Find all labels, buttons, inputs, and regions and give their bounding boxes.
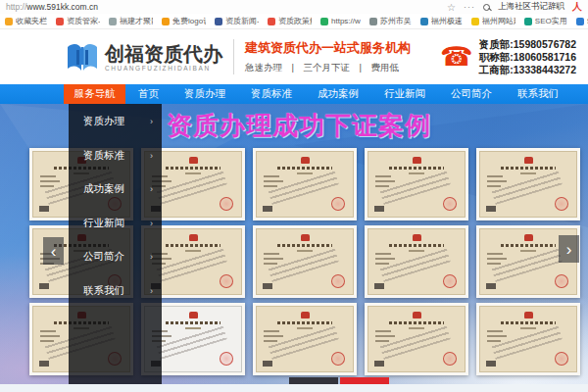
menu-item-资质标准[interactable]: 资质标准› — [69, 139, 162, 173]
certificate-text-line — [264, 175, 279, 177]
certificate-subtitle-line — [409, 172, 424, 174]
certificate-thumbnail[interactable] — [476, 303, 580, 375]
company-logo-icon — [67, 40, 98, 74]
certificate-text-line — [375, 258, 395, 260]
chevron-right-icon: › — [150, 252, 153, 262]
certificate-corner-box — [486, 361, 496, 367]
certificate-corner-box — [263, 206, 272, 212]
certificate-text-line — [264, 335, 283, 337]
bookmark-item[interactable]: 免费logo设 — [162, 16, 206, 26]
national-emblem-icon — [524, 312, 533, 318]
bookmarks-bar[interactable]: 收藏夹栏资质管家-1福建才聚网免费logo设资质新闻-资资质政策解https:/… — [0, 14, 588, 29]
nav-item-公司简介[interactable]: 公司简介 — [438, 84, 505, 104]
bookmark-item[interactable]: 资质政策解 — [268, 16, 312, 26]
certificate-subtitle-line — [185, 327, 201, 329]
certificate-text-line — [487, 258, 507, 260]
phone-line: 工商部:13338443272 — [479, 64, 576, 75]
menu-item-公司简介[interactable]: 公司简介› — [69, 240, 162, 274]
carousel-title: 资质办理成功下证案例 — [167, 109, 431, 143]
red-seal-icon — [331, 197, 345, 211]
logo-text: 创福资质代办 CHUANGFUZIZHIDAIBAN — [105, 43, 222, 72]
certificate-text-line — [375, 335, 395, 337]
pagination-bar[interactable] — [340, 377, 389, 384]
nav-item-资质标准[interactable]: 资质标准 — [238, 84, 305, 104]
certificate-corner-box — [263, 283, 272, 289]
red-seal-icon — [443, 197, 457, 211]
red-seal-icon — [443, 274, 457, 288]
bookmark-item[interactable]: https://w — [320, 17, 361, 25]
certificate-subtitle-line — [409, 327, 424, 329]
bookmark-item[interactable]: 资质管家-1 — [56, 16, 100, 26]
carousel-prev-button[interactable]: ‹ — [43, 237, 64, 265]
certificate-thumbnail[interactable] — [365, 303, 468, 375]
bookmark-item[interactable]: 苏州市吴 — [369, 16, 412, 26]
national-emblem-icon — [524, 234, 533, 241]
certificate-image — [256, 306, 354, 372]
address-bar[interactable]: http:// www.591kk.com.cn ☆ ··· 上海社区书记辞职 … — [0, 0, 588, 14]
bookmark-item[interactable]: 资质新闻-资 — [215, 16, 259, 26]
national-emblem-icon — [189, 234, 198, 241]
certificate-corner-box — [39, 206, 49, 212]
menu-item-行业新闻[interactable]: 行业新闻› — [69, 207, 162, 241]
bookmark-label: 资质管家-1 — [67, 16, 100, 26]
bookmark-favicon — [471, 18, 479, 25]
slogan-text: 建筑资质代办一站式服务机构 — [245, 40, 411, 55]
certificate-subtitle-line — [185, 172, 201, 174]
bookmark-item[interactable]: 福州网站建 — [471, 16, 515, 26]
phone-line: 职称部:18060581716 — [479, 51, 576, 63]
certificate-thumbnail[interactable] — [365, 225, 468, 298]
search-hot-text[interactable]: 上海社区书记辞职 — [498, 1, 564, 13]
search-icon[interactable] — [483, 4, 490, 11]
nav-item-行业新闻[interactable]: 行业新闻 — [371, 84, 438, 104]
bookmark-label: 资质新闻-资 — [225, 16, 259, 26]
national-emblem-icon — [301, 234, 310, 241]
nav-service-button[interactable]: 服务导航 — [64, 84, 125, 104]
certificate-thumbnail[interactable] — [365, 148, 468, 220]
red-seal-icon — [443, 352, 457, 366]
certificate-thumbnail[interactable] — [253, 225, 357, 298]
certificate-text-line — [264, 258, 283, 260]
certificate-title-line — [501, 244, 557, 247]
page-bottom-strip — [0, 384, 588, 392]
nav-item-资质办理[interactable]: 资质办理 — [172, 84, 238, 104]
certificate-thumbnail[interactable] — [476, 148, 580, 220]
carousel-next-button[interactable]: › — [559, 235, 579, 263]
certificate-subtitle-line — [297, 250, 313, 252]
more-menu-icon[interactable]: ··· — [464, 2, 475, 12]
bookmark-item[interactable]: 福建才聚网 — [109, 16, 153, 26]
red-seal-icon — [220, 352, 233, 366]
certificate-text-line — [375, 175, 391, 177]
certificate-thumbnail[interactable] — [253, 303, 357, 375]
bookmark-label: 福州网站建 — [482, 16, 515, 26]
certificate-corner-box — [39, 283, 49, 289]
certificate-text-line — [487, 180, 507, 182]
certificate-corner-box — [374, 283, 384, 289]
bookmark-favicon — [215, 18, 222, 25]
bookmark-item[interactable]: 收藏夹栏 — [5, 16, 47, 26]
menu-item-成功案例[interactable]: 成功案例› — [69, 172, 162, 207]
carousel-pagination[interactable] — [289, 377, 389, 384]
browser-brand-icon[interactable]: 人 — [572, 0, 582, 14]
menu-item-label: 联系我们 — [83, 284, 124, 298]
bookmark-item[interactable]: SEO实用 — [524, 16, 567, 26]
certificate-subtitle-line — [520, 250, 536, 252]
certificate-title-line — [389, 167, 445, 170]
menu-item-联系我们[interactable]: 联系我们› — [69, 274, 162, 309]
bookmark-label: https://w — [331, 17, 361, 25]
certificate-thumbnail[interactable] — [253, 148, 357, 220]
url-text: www.591kk.com.cn — [26, 2, 98, 12]
menu-item-资质办理[interactable]: 资质办理› — [69, 105, 162, 139]
nav-item-联系我们[interactable]: 联系我们 — [505, 84, 571, 104]
nav-item-首页[interactable]: 首页 — [125, 84, 172, 104]
certificate-corner-box — [39, 361, 49, 367]
bookmark-favicon — [420, 18, 428, 25]
favorite-star-icon[interactable]: ☆ — [447, 2, 456, 13]
bookmark-favicon — [268, 18, 275, 25]
bookmark-item[interactable]: SEO优化 — [576, 16, 588, 26]
pagination-bar[interactable] — [289, 377, 338, 384]
bookmark-item[interactable]: 福州极速 — [420, 16, 463, 26]
certificate-image — [368, 306, 466, 372]
telephone-icon: ☎ — [440, 44, 473, 71]
nav-item-成功案例[interactable]: 成功案例 — [305, 84, 371, 104]
certificate-corner-box — [486, 283, 496, 289]
